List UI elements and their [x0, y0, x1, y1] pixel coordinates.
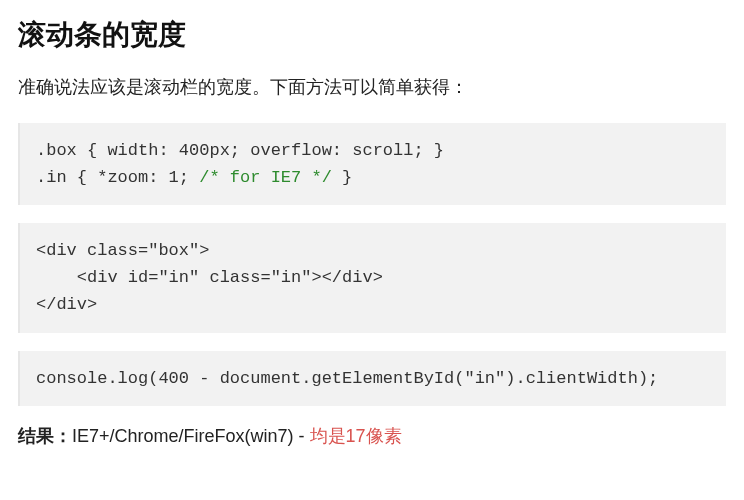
result-text: IE7+/Chrome/FireFox(win7) -	[72, 426, 310, 446]
code-line: }	[332, 168, 352, 187]
result-paragraph: 结果：IE7+/Chrome/FireFox(win7) - 均是17像素	[18, 424, 726, 448]
code-block-js: console.log(400 - document.getElementByI…	[18, 351, 726, 406]
code-comment: /* for IE7 */	[199, 168, 332, 187]
code-content: <div class="box"> <div id="in" class="in…	[36, 241, 383, 314]
code-line: .box { width: 400px; overflow: scroll; }	[36, 141, 444, 160]
code-block-css: .box { width: 400px; overflow: scroll; }…	[18, 123, 726, 205]
result-highlight: 均是17像素	[310, 426, 402, 446]
code-line: .in { *zoom: 1;	[36, 168, 199, 187]
code-content: console.log(400 - document.getElementByI…	[36, 369, 658, 388]
result-label: 结果：	[18, 426, 72, 446]
code-block-html: <div class="box"> <div id="in" class="in…	[18, 223, 726, 333]
intro-paragraph: 准确说法应该是滚动栏的宽度。下面方法可以简单获得：	[18, 72, 726, 103]
heading-scrollbar-width: 滚动条的宽度	[18, 16, 726, 54]
